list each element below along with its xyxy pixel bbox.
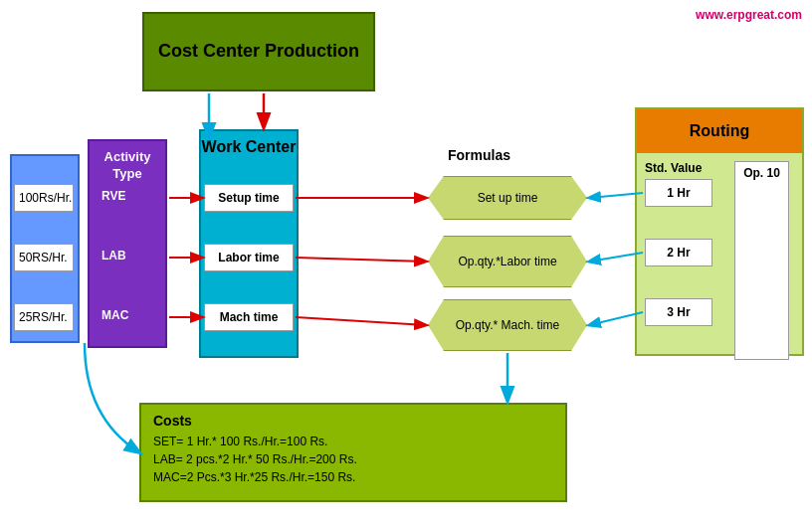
cost-center-label: Cost Center Production: [158, 41, 359, 63]
costs-box: Costs SET= 1 Hr.* 100 Rs./Hr.=100 Rs. LA…: [139, 403, 567, 502]
wc-item-mach: Mach time: [204, 303, 294, 331]
activity-type-label: Activity Type: [90, 149, 165, 183]
std-item-2: 2 Hr: [645, 239, 712, 266]
svg-line-6: [296, 258, 426, 262]
costs-line-2: LAB= 2 pcs.*2 Hr.* 50 Rs./Hr.=200 Rs.: [153, 450, 553, 468]
code-rve: RVE: [102, 189, 125, 203]
routing-label: Routing: [690, 122, 749, 140]
std-item-1: 1 Hr: [645, 179, 712, 207]
formula-shape-2: Op.qty.*Labor time: [428, 236, 587, 287]
work-center-label: Work Center: [202, 137, 297, 158]
formula-shape-3: Op.qty.* Mach. time: [428, 299, 587, 351]
costs-title: Costs: [153, 413, 553, 429]
std-value-label: Std. Value: [645, 161, 702, 175]
costs-line-1: SET= 1 Hr.* 100 Rs./Hr.=100 Rs.: [153, 433, 553, 450]
op-box: Op. 10: [734, 161, 789, 360]
costs-line-3: MAC=2 Pcs.*3 Hr.*25 Rs./Hr.=150 Rs.: [153, 468, 553, 486]
formulas-label: Formulas: [448, 147, 510, 163]
watermark: www.erpgreat.com: [696, 8, 802, 22]
cost-center-box: Cost Center Production: [142, 12, 375, 91]
formula-shape-1: Set up time: [428, 176, 587, 220]
wc-item-setup: Setup time: [204, 184, 294, 212]
svg-line-7: [296, 317, 426, 325]
std-item-3: 3 Hr: [645, 298, 712, 326]
op-label: Op. 10: [743, 166, 780, 180]
price-item-2: 50RS/Hr.: [14, 244, 74, 271]
code-lab: LAB: [102, 249, 126, 263]
price-item-3: 25RS/Hr.: [14, 303, 74, 331]
wc-item-labor: Labor time: [204, 244, 294, 271]
code-mac: MAC: [102, 308, 128, 322]
routing-header: Routing: [637, 109, 802, 153]
price-item-1: 100Rs/Hr.: [14, 184, 74, 212]
